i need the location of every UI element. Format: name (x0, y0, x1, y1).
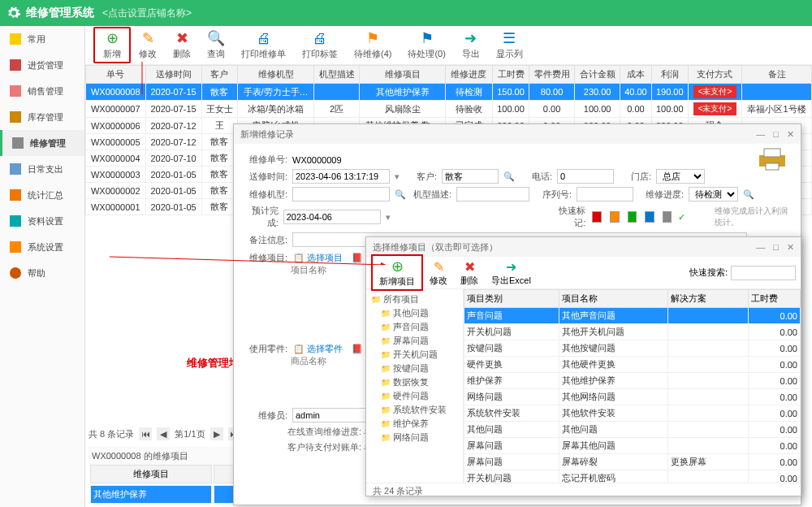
select-project-link[interactable]: 📋 选择项目 (293, 253, 343, 262)
toolbar-3[interactable]: 🔍查询 (199, 28, 233, 62)
mark-orange[interactable] (610, 211, 620, 223)
mark-green[interactable] (628, 211, 637, 223)
sidebar-item-purchase[interactable]: 进货管理 (0, 52, 84, 78)
gear-icon (6, 6, 21, 20)
sidebar-item-stats[interactable]: 统计汇总 (0, 182, 84, 208)
dialog1-title: 新增维修记录 (240, 128, 294, 141)
store-select[interactable]: 总店 (656, 169, 705, 184)
serial-input[interactable] (577, 187, 633, 202)
pager: 共 8 条记录 ⏮ ◀ 第1/1页 ▶ ⏭ (89, 427, 241, 440)
sidebar-item-help[interactable]: 帮助 (0, 260, 84, 286)
d2-add-button[interactable]: ⊕新增项目 (371, 254, 423, 291)
project-grid[interactable]: 项目类别项目名称解决方案工时费声音问题其他声音问题0.00开关机问题其他开关机问… (464, 289, 801, 483)
sidebar-item-sales[interactable]: 销售管理 (0, 78, 84, 104)
model-input[interactable] (292, 187, 390, 202)
printer-icon (756, 147, 788, 171)
phone-input[interactable] (557, 169, 614, 184)
dialog2-title: 选择维修项目（双击即可选择） (373, 241, 498, 254)
app-header: 维修管理系统 <点击设置店铺名称> (0, 0, 812, 26)
dialog1-min-icon[interactable]: — (756, 129, 765, 140)
d2-export-button[interactable]: ➜导出Excel (485, 258, 538, 288)
sidebar-item-common[interactable]: 常用 (0, 26, 84, 52)
due-input[interactable] (283, 210, 381, 224)
sidebar: 常用 进货管理 销售管理 库存管理 维修管理 日常支出 统计汇总 资料设置 系统… (0, 26, 85, 507)
dialog1-max-icon[interactable]: □ (773, 129, 779, 140)
app-title: 维修管理系统 (26, 6, 94, 20)
d2-footer: 共 24 条记录 (366, 483, 801, 499)
mark-gray[interactable] (663, 211, 672, 223)
pager-next[interactable]: ▶ (210, 427, 223, 440)
mark-red[interactable] (592, 211, 602, 223)
pager-prev[interactable]: ◀ (157, 427, 170, 440)
toolbar-4[interactable]: 🖨打印维修单 (233, 28, 294, 62)
customer-input[interactable] (442, 169, 499, 184)
dialog2-close-icon[interactable]: ✕ (787, 242, 794, 253)
toolbar-2[interactable]: ✖删除 (165, 28, 199, 62)
pager-first[interactable]: ⏮ (139, 427, 152, 440)
dialog2-max-icon[interactable]: □ (773, 242, 779, 253)
desc-input[interactable] (456, 187, 529, 202)
sidebar-item-system[interactable]: 系统设置 (0, 234, 84, 260)
toolbar-8[interactable]: ➜导出 (454, 28, 488, 62)
mark-check[interactable]: ✓ (678, 212, 685, 223)
progress-select[interactable]: 待检测 (689, 187, 738, 202)
shop-name-hint[interactable]: <点击设置店铺名称> (102, 6, 192, 20)
repair-no: WX0000009 (292, 155, 342, 165)
dialog1-close-icon[interactable]: ✕ (787, 129, 794, 140)
svg-rect-1 (764, 149, 780, 157)
toolbar-0[interactable]: ⊕新增 (93, 27, 131, 63)
toolbar: ⊕新增✎修改✖删除🔍查询🖨打印维修单🖨打印标签⚑待维修(4)⚑待处理(0)➜导出… (85, 26, 812, 65)
d2-edit-button[interactable]: ✎修改 (423, 258, 454, 288)
dialog-select-project: 选择维修项目（双击即可选择） —□✕ ⊕新增项目 ✎修改 ✖删除 ➜导出Exce… (365, 236, 801, 496)
dialog2-min-icon[interactable]: — (756, 242, 765, 253)
sidebar-item-stock[interactable]: 库存管理 (0, 104, 84, 130)
toolbar-6[interactable]: ⚑待维修(4) (346, 28, 400, 62)
svg-rect-2 (766, 163, 779, 170)
time-input[interactable] (292, 169, 390, 184)
toolbar-1[interactable]: ✎修改 (131, 28, 165, 62)
toolbar-9[interactable]: ☰显示列 (488, 28, 531, 62)
d2-delete-button[interactable]: ✖删除 (454, 258, 485, 288)
select-part-link[interactable]: 📋 选择零件 (293, 344, 343, 353)
sidebar-item-repair[interactable]: 维修管理 (0, 130, 84, 156)
sidebar-item-expense[interactable]: 日常支出 (0, 156, 84, 182)
category-tree[interactable]: 所有项目其他问题声音问题屏幕问题开关机问题按键问题数据恢复硬件问题系统软件安装维… (366, 289, 464, 483)
toolbar-7[interactable]: ⚑待处理(0) (400, 28, 453, 62)
mark-blue[interactable] (645, 211, 654, 223)
toolbar-5[interactable]: 🖨打印标签 (294, 28, 346, 62)
d2-search-input[interactable] (731, 266, 796, 280)
sidebar-item-data[interactable]: 资料设置 (0, 208, 84, 234)
